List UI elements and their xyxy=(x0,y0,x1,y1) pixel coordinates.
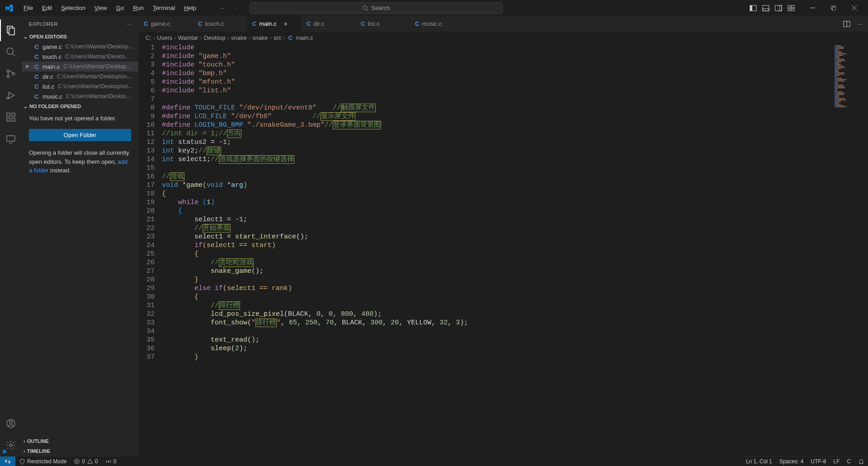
activity-settings-icon[interactable] xyxy=(0,434,22,456)
outline-header[interactable]: › OUTLINE xyxy=(22,436,138,446)
c-file-icon: C xyxy=(198,20,202,27)
tab[interactable]: Cgame.c xyxy=(138,16,193,32)
activity-explorer-icon[interactable] xyxy=(0,19,22,41)
split-editor-icon[interactable] xyxy=(843,20,850,28)
more-icon[interactable]: ··· xyxy=(858,20,863,27)
svg-rect-4 xyxy=(763,5,769,11)
activity-account-icon[interactable] xyxy=(0,413,22,434)
activity-scm-icon[interactable] xyxy=(0,63,22,85)
open-editor-item[interactable]: Cgame.cC:\Users\Wamtar\Desktop... xyxy=(22,42,138,52)
activity-debug-icon[interactable] xyxy=(0,85,22,106)
file-name: main.c xyxy=(42,63,60,70)
tab-label: dir.c xyxy=(313,20,324,27)
chevron-down-icon: ⌄ xyxy=(24,104,28,109)
open-editor-item[interactable]: Ctouch.cC:\Users\Wamtar\Deskto... xyxy=(22,52,138,62)
activity-search-icon[interactable] xyxy=(0,41,22,63)
close-icon[interactable]: × xyxy=(284,20,288,28)
file-path: C:\Users\Wamtar\Deskto... xyxy=(65,53,129,60)
window-maximize-icon[interactable] xyxy=(823,0,844,16)
window-minimize-icon[interactable] xyxy=(802,0,823,16)
search-placeholder: Search xyxy=(371,5,390,11)
layout-panel-left-icon[interactable] xyxy=(750,5,757,12)
open-editor-item[interactable]: Clist.cC:\Users\Wamtar\Desktop\sn... xyxy=(22,81,138,91)
indent[interactable]: Spaces: 4 xyxy=(776,458,807,465)
menu-selection[interactable]: Selection xyxy=(57,3,89,13)
nav-fwd-icon[interactable]: → xyxy=(233,5,239,11)
svg-point-33 xyxy=(9,421,12,423)
c-file-icon: C xyxy=(33,43,40,50)
tab-label: music.c xyxy=(422,20,442,27)
tab[interactable]: Cdir.c xyxy=(301,16,355,32)
tab[interactable]: Cmusic.c xyxy=(410,16,464,32)
svg-rect-27 xyxy=(7,118,10,121)
tab[interactable]: Ctouch.c xyxy=(193,16,247,32)
tab[interactable]: Cmain.c× xyxy=(247,16,301,32)
ports[interactable]: 0 xyxy=(102,458,120,465)
tab[interactable]: Clist.c xyxy=(355,16,410,32)
language[interactable]: C xyxy=(843,458,854,465)
c-file-icon: C xyxy=(33,73,40,80)
svg-line-20 xyxy=(12,53,15,56)
svg-rect-8 xyxy=(788,5,791,8)
breadcrumbs[interactable]: C:› Users› Wamtar› Desktop› snake› snake… xyxy=(138,32,868,43)
open-editor-item[interactable]: Cdir.cC:\Users\Wamtar\Desktop\sn... xyxy=(22,71,138,81)
eol[interactable]: LF xyxy=(830,458,843,465)
layout-panel-right-icon[interactable] xyxy=(775,5,782,12)
shield-icon xyxy=(19,458,25,465)
menu-view[interactable]: View xyxy=(91,3,111,13)
svg-marker-24 xyxy=(9,92,14,99)
minimap[interactable] xyxy=(832,43,868,456)
timeline-header[interactable]: › TIMELINE xyxy=(22,446,138,456)
radio-icon xyxy=(105,458,112,465)
menu-go[interactable]: Go xyxy=(113,3,127,13)
tab-label: main.c xyxy=(259,20,276,27)
svg-rect-3 xyxy=(750,5,752,11)
svg-rect-10 xyxy=(788,9,791,11)
svg-point-21 xyxy=(7,70,9,72)
svg-point-19 xyxy=(7,48,13,54)
svg-rect-9 xyxy=(792,5,794,8)
layout-grid-icon[interactable] xyxy=(788,5,795,12)
c-file-icon: C xyxy=(33,63,40,70)
open-editor-item[interactable]: ×Cmain.cC:\Users\Wamtar\Desktop... xyxy=(22,62,138,71)
svg-point-34 xyxy=(9,444,12,447)
problems[interactable]: 0 0 xyxy=(70,458,101,465)
menu-terminal[interactable]: Terminal xyxy=(149,3,179,13)
c-file-icon: C xyxy=(33,53,40,60)
remote-indicator-icon[interactable] xyxy=(0,456,15,466)
file-name: game.c xyxy=(42,43,62,50)
statusbar: Restricted Mode 0 0 0 Ln 1, Col 1 Spaces… xyxy=(0,456,868,466)
file-path: C:\Users\Wamtar\Desktop... xyxy=(66,43,133,50)
svg-rect-29 xyxy=(12,113,15,116)
code-editor[interactable]: 1234567891011121314151617181920212223242… xyxy=(138,43,868,456)
more-icon[interactable]: ··· xyxy=(126,21,131,27)
open-editor-item[interactable]: Cmusic.cC:\Users\Wamtar\Deskto... xyxy=(22,91,138,101)
nav-back-icon[interactable]: ← xyxy=(220,5,226,11)
open-folder-button[interactable]: Open Folder xyxy=(29,129,131,141)
menu-run[interactable]: Run xyxy=(129,3,147,13)
notifications-icon[interactable] xyxy=(854,458,868,465)
menu-help[interactable]: Help xyxy=(180,3,200,13)
window-close-icon[interactable] xyxy=(844,0,864,16)
encoding[interactable]: UTF-8 xyxy=(807,458,830,465)
file-path: C:\Users\Wamtar\Desktop\sn... xyxy=(57,73,132,80)
tab-label: game.c xyxy=(151,20,170,27)
search-box[interactable]: Search xyxy=(250,2,503,14)
menu-edit[interactable]: Edit xyxy=(38,3,56,13)
layout-panel-bottom-icon[interactable] xyxy=(762,5,769,12)
restricted-mode[interactable]: Restricted Mode xyxy=(15,458,70,465)
vscode-logo-icon xyxy=(4,3,14,14)
svg-point-0 xyxy=(363,5,367,10)
close-icon[interactable]: × xyxy=(25,63,29,70)
menu-file[interactable]: File xyxy=(20,3,37,13)
activitybar xyxy=(0,16,22,456)
svg-point-23 xyxy=(13,73,15,75)
cursor-pos[interactable]: Ln 1, Col 1 xyxy=(742,458,776,465)
activity-remote-icon[interactable] xyxy=(0,128,22,150)
no-folder-header[interactable]: ⌄ NO FOLDER OPENED xyxy=(22,101,138,111)
activity-extensions-icon[interactable] xyxy=(0,106,22,128)
svg-rect-11 xyxy=(792,9,794,11)
sidebar: EXPLORER ··· ⌄ OPEN EDITORS Cgame.cC:\Us… xyxy=(22,16,138,456)
file-name: touch.c xyxy=(42,53,61,60)
open-editors-header[interactable]: ⌄ OPEN EDITORS xyxy=(22,32,138,42)
